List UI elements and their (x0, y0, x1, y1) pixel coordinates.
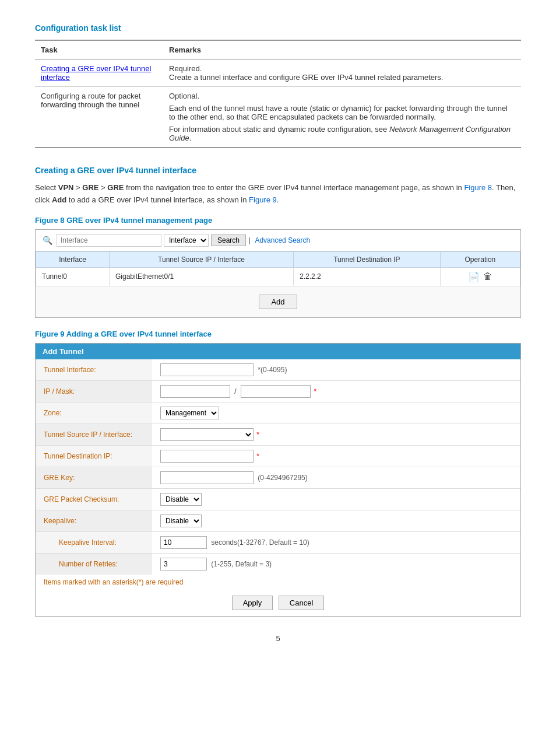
fig9-link[interactable]: Figure 9 (249, 195, 277, 204)
apply-button[interactable]: Apply (232, 596, 273, 610)
tunnel-interface-input[interactable] (160, 363, 254, 376)
search-icon: 🔍 (40, 233, 54, 247)
label-gre-checksum: GRE Packet Checksum: (36, 488, 152, 510)
required-star-3: * (256, 452, 259, 460)
field-ip-mask: / * (152, 380, 520, 402)
label-tunnel-interface: Tunnel Interface: (36, 359, 152, 381)
ip-input[interactable] (160, 385, 230, 398)
label-ip-mask: IP / Mask: (36, 380, 152, 402)
operation-icons: 📄 🗑 (468, 271, 492, 282)
advanced-search-link[interactable]: Advanced Search (255, 236, 310, 244)
label-retries: Number of Retries: (36, 553, 152, 575)
zone-select[interactable]: Management (160, 407, 219, 419)
remark-line: Each end of the tunnel must have a route… (169, 104, 515, 121)
keepalive-interval-hint: seconds(1-32767, Default = 10) (211, 538, 309, 547)
gre-checksum-select[interactable]: Disable Enable (160, 493, 202, 506)
remarks-cell-2: Optional. Each end of the tunnel must ha… (163, 87, 521, 148)
search-input[interactable] (57, 234, 161, 247)
table-row: Creating a GRE over IPv4 tunnel interfac… (35, 60, 521, 87)
remarks-col-header: Remarks (163, 40, 521, 60)
form-note: Items marked with an asterisk(*) are req… (36, 575, 520, 590)
remark-line: Required. (169, 64, 515, 73)
label-gre-key: GRE Key: (36, 467, 152, 488)
vpn-bold: VPN (58, 183, 74, 192)
fig8-link[interactable]: Figure 8 (464, 183, 492, 192)
col-tunnel-dest: Tunnel Destination IP (293, 251, 440, 267)
form-row-zone: Zone: Management (36, 402, 520, 424)
label-keepalive: Keepalive: (36, 510, 152, 531)
table-row: Tunnel0 GigabitEthernet0/1 2.2.2.2 📄 🗑 (36, 267, 520, 286)
tunnel-table: Interface Tunnel Source IP / Interface T… (36, 251, 520, 286)
search-bar: 🔍 Interface Search | Advanced Search (36, 230, 520, 251)
task-cell-link[interactable]: Creating a GRE over IPv4 tunnel interfac… (35, 60, 163, 87)
field-gre-key: (0-4294967295) (152, 467, 520, 488)
col-tunnel-source: Tunnel Source IP / Interface (110, 251, 294, 267)
add-tunnel-box: Add Tunnel Tunnel Interface: *(0-4095) I… (35, 343, 521, 617)
config-task-table: Task Remarks Creating a GRE over IPv4 tu… (35, 40, 521, 148)
figure8-label: Figure 8 GRE over IPv4 tunnel management… (35, 216, 521, 225)
form-row-gre-key: GRE Key: (0-4294967295) (36, 467, 520, 488)
config-task-list-title: Configuration task list (35, 23, 521, 33)
add-tunnel-form: Tunnel Interface: *(0-4095) IP / Mask: /… (36, 359, 520, 575)
gre-key-hint: (0-4294967295) (258, 474, 307, 482)
keepalive-select[interactable]: Disable Enable (160, 514, 202, 527)
form-row-tunnel-interface: Tunnel Interface: *(0-4095) (36, 359, 520, 381)
table-row: Configuring a route for packet forwardin… (35, 87, 521, 148)
field-keepalive-interval: seconds(1-32767, Default = 10) (152, 531, 520, 553)
field-tunnel-dest: * (152, 445, 520, 467)
required-star-2: * (256, 430, 259, 439)
keepalive-interval-input[interactable] (160, 536, 207, 549)
col-operation: Operation (440, 251, 520, 267)
cancel-button[interactable]: Cancel (279, 596, 324, 610)
tunnel-dest-input[interactable] (160, 450, 254, 463)
add-tunnel-header: Add Tunnel (36, 344, 520, 359)
slash-sep: / (234, 387, 236, 396)
retries-hint: (1-255, Default = 3) (211, 560, 272, 568)
mask-input[interactable] (241, 385, 311, 398)
label-keepalive-interval: Keepalive Interval: (36, 531, 152, 553)
task-link-1[interactable]: Creating a GRE over IPv4 tunnel interfac… (41, 64, 151, 82)
gre2-bold: GRE (107, 183, 124, 192)
add-button[interactable]: Add (259, 295, 297, 309)
figure8-box: 🔍 Interface Search | Advanced Search Int… (35, 229, 521, 318)
label-zone: Zone: (36, 402, 152, 424)
field-keepalive: Disable Enable (152, 510, 520, 531)
figure9-label: Figure 9 Adding a GRE over IPv4 tunnel i… (35, 330, 521, 338)
form-row-keepalive: Keepalive: Disable Enable (36, 510, 520, 531)
form-row-tunnel-source: Tunnel Source IP / Interface: * (36, 424, 520, 445)
creating-section-title: Creating a GRE over IPv4 tunnel interfac… (35, 166, 521, 175)
form-row-tunnel-dest: Tunnel Destination IP: * (36, 445, 520, 467)
delete-icon[interactable]: 🗑 (483, 271, 492, 282)
form-row-gre-checksum: GRE Packet Checksum: Disable Enable (36, 488, 520, 510)
form-row-retries: Number of Retries: (1-255, Default = 3) (36, 553, 520, 575)
cell-operation: 📄 🗑 (440, 267, 520, 286)
form-row-keepalive-interval: Keepalive Interval: seconds(1-32767, Def… (36, 531, 520, 553)
search-button[interactable]: Search (211, 235, 246, 246)
remark-line: Optional. (169, 92, 515, 100)
field-tunnel-source: * (152, 424, 520, 445)
interface-select[interactable]: Interface (164, 234, 209, 247)
tunnel-interface-hint: *(0-4095) (258, 366, 287, 374)
add-bold: Add (52, 195, 66, 204)
remark-line: Create a tunnel interface and configure … (169, 73, 515, 82)
remark-line: For information about static and dynamic… (169, 125, 515, 142)
remarks-cell-1: Required. Create a tunnel interface and … (163, 60, 521, 87)
field-gre-checksum: Disable Enable (152, 488, 520, 510)
cell-tunnel-source: GigabitEthernet0/1 (110, 267, 294, 286)
separator: | (248, 236, 250, 244)
field-tunnel-interface: *(0-4095) (152, 359, 520, 381)
required-star: * (314, 387, 316, 396)
cell-interface: Tunnel0 (36, 267, 110, 286)
page-number: 5 (35, 634, 521, 643)
cell-tunnel-dest: 2.2.2.2 (293, 267, 440, 286)
form-row-ip-mask: IP / Mask: / * (36, 380, 520, 402)
task-cell-text: Configuring a route for packet forwardin… (35, 87, 163, 148)
label-tunnel-source: Tunnel Source IP / Interface: (36, 424, 152, 445)
tunnel-source-select[interactable] (160, 428, 254, 441)
gre1-bold: GRE (82, 183, 98, 192)
gre-key-input[interactable] (160, 471, 254, 484)
col-interface: Interface (36, 251, 110, 267)
label-tunnel-dest: Tunnel Destination IP: (36, 445, 152, 467)
edit-icon[interactable]: 📄 (468, 271, 480, 282)
retries-input[interactable] (160, 558, 207, 570)
